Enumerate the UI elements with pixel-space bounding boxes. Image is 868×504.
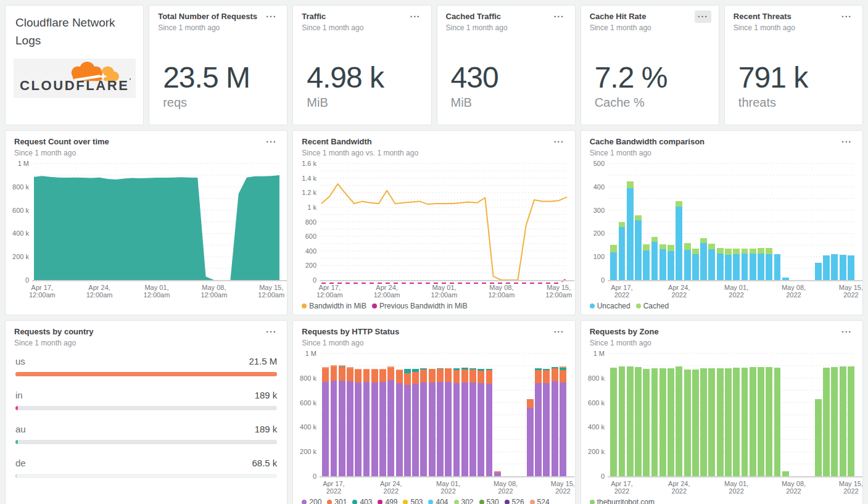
panel-menu-icon[interactable]: ··· bbox=[838, 10, 855, 23]
svg-text:0: 0 bbox=[601, 473, 605, 480]
cloudflare-logo: CLOUDFLARE’ bbox=[14, 59, 136, 98]
legend-label: 499 bbox=[385, 498, 397, 504]
svg-text:600 k: 600 k bbox=[12, 207, 29, 214]
svg-text:400 k: 400 k bbox=[12, 230, 29, 238]
legend-dot-icon bbox=[403, 500, 408, 504]
svg-text:Apr 17,: Apr 17, bbox=[611, 480, 632, 487]
country-bar-fill bbox=[15, 372, 277, 376]
legend-item[interactable]: 200 bbox=[302, 498, 321, 504]
country-bar-track bbox=[15, 474, 277, 478]
legend-dot-icon bbox=[372, 304, 377, 308]
svg-text:0: 0 bbox=[25, 276, 29, 284]
legend-item[interactable]: 302 bbox=[454, 498, 474, 504]
legend-item[interactable]: theburritobot.com bbox=[590, 498, 655, 504]
stat-value: 23.5 M bbox=[163, 62, 250, 93]
svg-text:12:00am: 12:00am bbox=[144, 291, 170, 299]
svg-text:2022: 2022 bbox=[729, 487, 743, 495]
legend-dot-icon bbox=[590, 500, 595, 504]
svg-text:0: 0 bbox=[313, 276, 316, 284]
country-label: de bbox=[15, 458, 26, 468]
legend-dot-icon bbox=[505, 500, 510, 504]
legend-item[interactable]: Uncached bbox=[590, 302, 630, 310]
panel-stat-total-requests: Total Number of Requests Since 1 month a… bbox=[149, 5, 287, 125]
panel-header: Requests by Zone Since 1 month ago bbox=[581, 321, 862, 347]
svg-text:May 08,: May 08, bbox=[490, 284, 514, 291]
panel-title: Total Number of Requests bbox=[158, 12, 278, 22]
legend-item[interactable]: Bandwidth in MiB bbox=[302, 302, 366, 310]
svg-text:May 01,: May 01, bbox=[436, 480, 460, 487]
country-row[interactable]: au189 k bbox=[15, 424, 277, 458]
panel-menu-icon[interactable]: ··· bbox=[263, 326, 279, 338]
svg-text:Apr 17,: Apr 17, bbox=[323, 480, 344, 487]
panel-title: Cache Bandwidth comparison bbox=[590, 137, 854, 147]
svg-text:2022: 2022 bbox=[671, 291, 686, 299]
legend-label: Cached bbox=[643, 302, 669, 310]
legend-item[interactable]: 503 bbox=[403, 498, 423, 504]
legend-item[interactable]: 526 bbox=[505, 498, 524, 504]
legend-dot-icon bbox=[352, 500, 357, 504]
country-bar-fill bbox=[15, 406, 18, 410]
svg-text:Apr 24,: Apr 24, bbox=[668, 480, 690, 487]
legend-item[interactable]: 530 bbox=[479, 498, 499, 504]
panel-stat-cache-hit-rate: Cache Hit Rate Since 1 month ago ··· 7.2… bbox=[581, 5, 719, 125]
panel-menu-icon[interactable]: ··· bbox=[695, 10, 711, 23]
http-status-chart[interactable]: 0200 k400 k600 k800 k1 MApr 17,2022Apr 2… bbox=[293, 347, 574, 497]
panel-menu-icon[interactable]: ··· bbox=[263, 10, 279, 23]
chart-legend: theburritobot.com bbox=[581, 497, 862, 504]
legend-item[interactable]: 524 bbox=[530, 498, 550, 504]
svg-text:1.2 k: 1.2 k bbox=[302, 189, 316, 197]
legend-dot-icon bbox=[327, 500, 332, 504]
stat-unit: reqs bbox=[163, 96, 250, 110]
cache-bandwidth-chart[interactable]: 0100200300400500Apr 17,2022Apr 24,2022Ma… bbox=[581, 157, 862, 301]
svg-text:400 k: 400 k bbox=[588, 424, 605, 431]
chart-legend bbox=[6, 301, 287, 315]
svg-text:12:00am: 12:00am bbox=[200, 291, 227, 299]
country-row[interactable]: de68.5 k bbox=[15, 458, 277, 492]
panel-menu-icon[interactable]: ··· bbox=[407, 10, 424, 23]
panel-menu-icon[interactable]: ··· bbox=[551, 326, 568, 338]
legend-label: 301 bbox=[334, 498, 347, 504]
panel-subtitle: Since 1 month ago bbox=[302, 339, 566, 347]
svg-text:500: 500 bbox=[593, 160, 604, 167]
country-row[interactable]: us21.5 M bbox=[15, 356, 277, 390]
legend-item[interactable]: Cached bbox=[636, 302, 669, 310]
svg-text:Apr 24,: Apr 24, bbox=[380, 480, 402, 487]
panel-menu-icon[interactable]: ··· bbox=[838, 136, 855, 148]
legend-item[interactable]: 403 bbox=[352, 498, 372, 504]
panel-subtitle: Since 1 month ago bbox=[14, 339, 278, 347]
country-bar-track bbox=[15, 440, 277, 444]
svg-text:600: 600 bbox=[305, 233, 316, 240]
svg-text:200: 200 bbox=[593, 230, 604, 238]
svg-text:May 08,: May 08, bbox=[202, 284, 226, 291]
legend-label: 404 bbox=[436, 498, 448, 504]
svg-text:0: 0 bbox=[601, 276, 605, 284]
svg-text:2022: 2022 bbox=[498, 487, 513, 495]
legend-item[interactable]: Previous Bandwidth in MiB bbox=[372, 302, 468, 310]
requests-by-zone-chart[interactable]: 0200 k400 k600 k800 k1 MApr 17,2022Apr 2… bbox=[581, 347, 862, 497]
legend-item[interactable]: 404 bbox=[428, 498, 448, 504]
legend-item[interactable]: 301 bbox=[327, 498, 347, 504]
panel-menu-icon[interactable]: ··· bbox=[551, 10, 568, 23]
panel-subtitle: Since 1 month ago bbox=[158, 23, 278, 32]
legend-dot-icon bbox=[378, 500, 382, 504]
panel-menu-icon[interactable]: ··· bbox=[263, 136, 279, 148]
svg-text:2022: 2022 bbox=[614, 291, 629, 299]
svg-text:Apr 24,: Apr 24, bbox=[88, 284, 110, 291]
svg-text:300: 300 bbox=[593, 207, 604, 214]
stat-value: 430 bbox=[451, 62, 498, 93]
svg-text:May 01,: May 01, bbox=[144, 284, 168, 291]
country-row[interactable]: in189 k bbox=[15, 390, 277, 424]
legend-item[interactable]: 499 bbox=[378, 498, 397, 504]
svg-text:2022: 2022 bbox=[614, 487, 629, 495]
request-count-chart[interactable]: 0200 k400 k600 k800 k1 MApr 17,12:00amAp… bbox=[6, 157, 287, 301]
panel-menu-icon[interactable]: ··· bbox=[551, 136, 568, 148]
panel-title: Requests by HTTP Status bbox=[302, 327, 566, 337]
svg-text:400: 400 bbox=[305, 247, 316, 255]
recent-bandwidth-chart[interactable]: 02004006008001 k1.2 k1.4 k1.6 kApr 17,12… bbox=[293, 157, 574, 301]
svg-text:200 k: 200 k bbox=[588, 448, 605, 455]
svg-text:2022: 2022 bbox=[555, 487, 570, 495]
country-bar-fill bbox=[15, 440, 18, 444]
panel-menu-icon[interactable]: ··· bbox=[838, 326, 855, 338]
svg-text:200 k: 200 k bbox=[12, 253, 29, 260]
country-label: in bbox=[15, 390, 23, 400]
